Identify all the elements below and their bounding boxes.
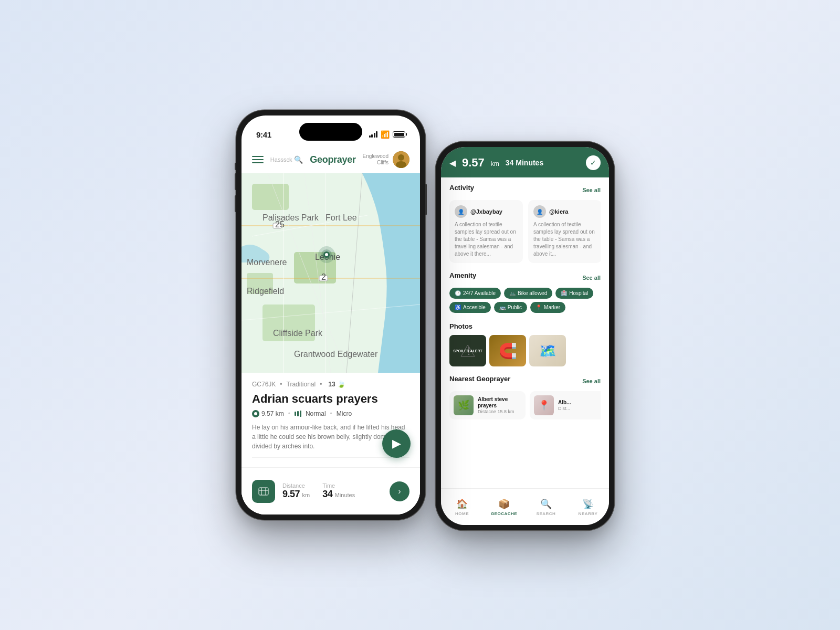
app-title: Geoprayer [310,154,355,165]
avatar[interactable] [393,151,410,168]
tab-geocache[interactable]: 📦 GEOCACHE [483,498,525,516]
tag-marker[interactable]: 📍 Marker [530,302,565,313]
photo-2[interactable]: 🧲 [489,335,526,366]
map-area[interactable]: Palisades Park Fort Lee Ridgefield Cliff… [242,173,420,373]
front-phone-screen: 9:41 📶 [242,116,420,514]
activity-text-1: A collection of textile samples lay spre… [455,221,518,258]
tab-search[interactable]: 🔍 SEARCH [525,498,567,516]
map-svg: Palisades Park Fort Lee Ridgefield Cliff… [242,173,420,373]
nearest-img-2: 📍 [534,395,554,415]
tag-public-icon: 🚌 [499,304,506,310]
bp-nearest-see-all[interactable]: See all [582,378,601,384]
dot-separator-1: • [280,381,282,388]
activity-card-2: 👤 @kiera A collection of textile samples… [528,200,601,263]
navigate-button[interactable]: › [390,481,410,501]
bp-back-button[interactable]: ◀ [449,158,456,168]
location-text: EnglewoodCliffs [363,153,388,165]
cache-icon [257,485,270,498]
nearest-name-1: Albert steve prayers [478,396,521,409]
tag-accessible-label: Accesible [463,304,486,310]
cache-code: GC76JK [252,381,276,388]
bp-header-info: 9.57 km 34 Minutes [462,156,580,170]
avatar-image [393,151,410,168]
tag-accessible[interactable]: ♿ Accesible [449,302,491,313]
activity-username-1: @Jxbaybay [470,208,502,215]
bp-time-label: 34 Minutes [506,159,543,167]
geocache-icon: 📦 [498,498,510,510]
tag-public-label: Public [508,304,522,310]
bottom-bar: Distance 9.57 km Time 34 Minutes [242,467,420,514]
svg-rect-32 [259,488,268,495]
diff-bar-2 [297,411,299,416]
bp-check-button[interactable]: ✓ [586,155,601,170]
tag-hospital[interactable]: 🏥 Hospital [555,288,593,299]
back-phone-screen: ◀ 9.57 km 34 Minutes ✓ Activity See all [441,147,609,525]
time-stat-label: Time [322,482,355,489]
nearest-card-2[interactable]: 📍 Alb... Dist... [530,391,601,419]
svg-text:2: 2 [321,272,326,281]
svg-text:Ridgefield: Ridgefield [247,287,284,296]
tag-public[interactable]: 🚌 Public [494,302,527,313]
tab-nearby[interactable]: 📡 NEARBY [567,498,609,516]
status-icons: 📶 [369,130,406,139]
bottom-info: Distance 9.57 km Time 34 Minutes [282,482,382,500]
silent-switch[interactable] [235,163,236,170]
nearest-card-1[interactable]: 🌿 Albert steve prayers Distacne 15.8 km [449,391,526,419]
size-label: Micro [337,410,352,417]
activity-card-user-2: 👤 @kiera [533,205,596,218]
volume-down-button[interactable] [235,195,236,212]
time-stat-value: 34 [322,489,332,499]
distance-value: 9.57 km [261,410,284,417]
volume-up-button[interactable] [235,173,236,190]
power-button[interactable] [425,184,427,215]
tag-247[interactable]: 🕐 24/7 Available [449,288,501,299]
home-icon: 🏠 [456,498,468,510]
search-icon: 🔍 [540,498,552,510]
bp-distance-row: 9.57 km 34 Minutes [462,156,580,170]
tag-bike[interactable]: 🚲 Bike allowed [504,288,552,299]
dynamic-island [299,123,362,141]
meta-separator-2: • [330,410,332,417]
signal-icon [369,131,378,138]
back-phone: ◀ 9.57 km 34 Minutes ✓ Activity See all [436,142,614,530]
tag-hospital-label: Hospital [569,290,588,296]
time-stat: Time 34 Minutes [322,482,355,500]
photo-3[interactable]: 🗺️ [529,335,566,366]
bp-tab-bar: 🏠 HOME 📦 GEOCACHE 🔍 SEARCH 📡 NEARBY [441,488,609,525]
tag-bike-label: Bike allowed [518,290,547,296]
svg-point-27 [325,253,328,256]
activity-username-2: @kiera [549,208,568,215]
activity-avatar-2: 👤 [533,205,546,218]
difficulty-bars [295,411,301,417]
tab-home-label: HOME [455,511,469,516]
cache-icon-box [252,480,275,503]
activity-text-2: A collection of textile samples lay spre… [533,221,596,258]
photo-spoiler[interactable]: ! SPOILER ALERT [449,335,486,366]
nearest-img-1: 🌿 [454,395,474,415]
tab-home[interactable]: 🏠 HOME [441,498,483,516]
bp-nearest-cards: 🌿 Albert steve prayers Distacne 15.8 km … [449,391,601,419]
signal-bar-3 [374,133,375,138]
search-bar-area: Hasssck 🔍 [270,155,303,164]
distance-stat: Distance 9.57 km [282,482,310,500]
nearest-dist-1: Distacne 15.8 km [478,409,521,414]
svg-text:25: 25 [275,220,285,229]
signal-bar-4 [376,131,377,138]
svg-text:Palisades Park: Palisades Park [262,213,319,222]
bp-amenity-section: Amenity See all 🕐 24/7 Available 🚲 Bike … [441,269,609,319]
time-stat-value-row: 34 Minutes [322,489,355,500]
menu-line-1 [252,156,264,157]
time-stat-unit: Minutes [335,492,355,498]
nav-right: EnglewoodCliffs [363,151,410,168]
bp-photos-grid: ! SPOILER ALERT 🧲 [449,335,601,366]
nav-bar: Hasssck 🔍 Geoprayer EnglewoodCliffs [242,146,420,173]
tag-accessible-icon: ♿ [455,304,461,310]
menu-button[interactable] [252,156,264,163]
distance-stat-label: Distance [282,482,310,489]
bp-amenity-see-all[interactable]: See all [582,275,601,281]
bp-activity-see-all[interactable]: See all [582,187,601,193]
cache-meta: 9.57 km • Normal • Micro [242,410,420,423]
tab-geocache-label: GEOCACHE [491,511,517,516]
menu-line-3 [252,162,264,163]
fab-button[interactable]: ▶ [382,429,411,458]
